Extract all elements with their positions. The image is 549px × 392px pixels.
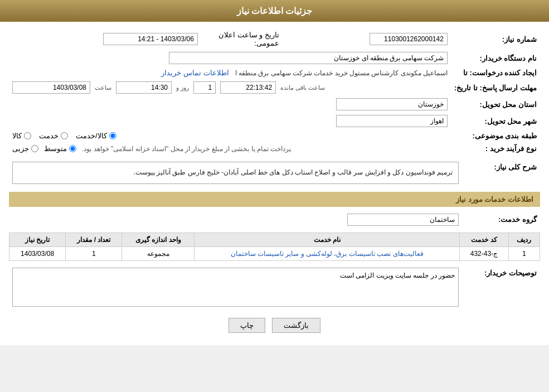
cell-name: فعالیت‌های نصب تاسیسات برق، لوله‌کشی و س… <box>195 246 460 260</box>
col-header-code: کد خدمت <box>460 233 508 246</box>
service-group-table: گروه خدمت: <box>9 211 540 228</box>
date-value-cell <box>9 28 201 50</box>
col-header-qty: تعداد / مقدار <box>66 233 122 246</box>
services-section-label: اطلاعات خدمات مورد نیاز <box>456 195 533 204</box>
date-label: تاریخ و ساعت اعلان عمومی: <box>218 31 279 47</box>
buyer-org-cell <box>9 50 451 66</box>
cell-date: 1403/03/08 <box>9 246 66 260</box>
buyer-notes-table: توصیحات خریدار: حضور در جلسه سایت ویزیت … <box>9 265 540 309</box>
cell-code: ج-43-432 <box>460 246 508 260</box>
response-date-cell: ساعت روز و ساعت باقی مانده <box>9 79 451 96</box>
table-row: 1 ج-43-432 فعالیت‌های نصب تاسیسات برق، ل… <box>9 246 540 260</box>
description-table: شرح کلی نیاز: ترمیم فونداسیون دکل و افزا… <box>9 159 540 186</box>
print-button[interactable]: چاپ <box>229 318 265 333</box>
process-cell: جزیی متوسط پرداخت تمام یا بخشی از مبلغ خ… <box>9 142 451 155</box>
response-date-label: مهلت ارسال پاسخ: تا تاریخ: <box>451 79 540 96</box>
province-input[interactable] <box>336 98 448 110</box>
creator-value: اسماعیل مکوندی کارشناس مستول خرید خدمات … <box>235 69 448 77</box>
row-process: نوع فرآیند خرید : جزیی متوسط پرداخت تمام… <box>9 142 540 155</box>
page-wrapper: جزئیات اطلاعات نیاز شماره نیاز: تاریخ و … <box>0 0 549 345</box>
page-header: جزئیات اطلاعات نیاز <box>0 0 549 22</box>
row-category: طبقه بندی موضوعی: کالا خدمت کالا/خدمت <box>9 129 540 142</box>
row-description: شرح کلی نیاز: ترمیم فونداسیون دکل و افزا… <box>9 159 540 186</box>
row-city: شهر محل تحویل: <box>9 113 540 129</box>
service-group-label: گروه خدمت: <box>462 211 540 228</box>
response-remaining-input[interactable] <box>220 81 276 94</box>
back-button[interactable]: بازگشت <box>272 318 320 333</box>
col-header-unit: واحد اندازه گیری <box>122 233 195 246</box>
category-cell: کالا خدمت کالا/خدمت <box>9 129 451 142</box>
category-kala-khedmat-option[interactable]: کالا/خدمت <box>76 132 116 140</box>
creator-link[interactable]: اطلاعات تماس خریدار <box>161 69 229 77</box>
category-khedmat-option[interactable]: خدمت <box>39 132 68 140</box>
city-cell <box>9 113 451 129</box>
buyer-notes-text: حضور در جلسه سایت ویزیت الزامی است <box>340 272 455 279</box>
cell-row: 1 <box>508 246 540 260</box>
date-label-cell: تاریخ و ساعت اعلان عمومی: <box>201 28 290 50</box>
description-box: ترمیم فونداسیون دکل و افزایش سر قالب و ا… <box>12 162 459 184</box>
row-service-group: گروه خدمت: <box>9 211 540 228</box>
content-area: شماره نیاز: تاریخ و ساعت اعلان عمومی: نا… <box>0 22 549 345</box>
col-header-row: ردیف <box>508 233 540 246</box>
cell-unit: مجموعه <box>122 246 195 260</box>
date-input[interactable] <box>103 33 198 45</box>
category-kala-option[interactable]: کالا <box>12 132 31 140</box>
row-response-date: مهلت ارسال پاسخ: تا تاریخ: ساعت روز و سا… <box>9 79 540 96</box>
services-table: ردیف کد خدمت نام خدمت واحد اندازه گیری ت… <box>9 233 540 261</box>
buyer-notes-label: توصیحات خریدار: <box>462 265 540 309</box>
day-label: روز و <box>176 84 189 91</box>
services-table-body: 1 ج-43-432 فعالیت‌های نصب تاسیسات برق، ل… <box>9 246 540 260</box>
response-date-input[interactable] <box>12 81 90 94</box>
services-section-header: اطلاعات خدمات مورد نیاز <box>9 192 540 207</box>
remaining-label: ساعت باقی مانده <box>280 84 325 91</box>
description-label: شرح کلی نیاز: <box>462 159 540 186</box>
row-creator: ایجاد کننده درخواست: تا اسماعیل مکوندی ک… <box>9 66 540 79</box>
col-header-name: نام خدمت <box>195 233 460 246</box>
description-cell: ترمیم فونداسیون دکل و افزایش سر قالب و ا… <box>9 159 462 186</box>
category-label: طبقه بندی موضوعی: <box>451 129 540 142</box>
button-row: بازگشت چاپ <box>9 318 540 333</box>
request-number-cell <box>290 28 451 50</box>
services-table-header-row: ردیف کد خدمت نام خدمت واحد اندازه گیری ت… <box>9 233 540 246</box>
request-number-label: شماره نیاز: <box>451 28 540 50</box>
creator-label: ایجاد کننده درخواست: تا <box>451 66 540 79</box>
city-input[interactable] <box>336 115 448 127</box>
province-label: استان محل تحویل: <box>451 96 540 113</box>
col-header-date: تاریخ نیاز <box>9 233 66 246</box>
buyer-notes-cell: حضور در جلسه سایت ویزیت الزامی است <box>9 265 462 309</box>
cell-quantity: 1 <box>66 246 122 260</box>
request-number-input[interactable] <box>370 33 448 45</box>
process-jozi-option[interactable]: جزیی <box>12 144 38 153</box>
response-time-input[interactable] <box>116 81 172 94</box>
main-info-table: شماره نیاز: تاریخ و ساعت اعلان عمومی: نا… <box>9 28 540 155</box>
response-day-input[interactable] <box>193 81 216 94</box>
row-buyer-org: نام دستگاه خریدار: <box>9 50 540 66</box>
description-text: ترمیم فونداسیون دکل و افزایش سر قالب و ا… <box>133 168 453 176</box>
service-group-cell <box>9 211 462 228</box>
process-mottavaset-option[interactable]: متوسط <box>44 144 76 153</box>
time-label: ساعت <box>95 84 111 91</box>
buyer-org-label: نام دستگاه خریدار: <box>451 50 540 66</box>
buyer-org-input[interactable] <box>169 52 448 64</box>
row-province: استان محل تحویل: <box>9 96 540 113</box>
creator-cell: اسماعیل مکوندی کارشناس مستول خرید خدمات … <box>9 66 451 79</box>
city-label: شهر محل تحویل: <box>451 113 540 129</box>
page-title: جزئیات اطلاعات نیاز <box>237 6 313 16</box>
province-cell <box>9 96 451 113</box>
process-note: پرداخت تمام یا بخشی از مبلغ خریدار از مح… <box>82 145 291 153</box>
row-request-number: شماره نیاز: تاریخ و ساعت اعلان عمومی: <box>9 28 540 50</box>
buyer-notes-box: حضور در جلسه سایت ویزیت الزامی است <box>12 268 459 307</box>
row-buyer-notes: توصیحات خریدار: حضور در جلسه سایت ویزیت … <box>9 265 540 309</box>
service-group-input[interactable] <box>347 214 459 226</box>
process-label: نوع فرآیند خرید : <box>451 142 540 155</box>
